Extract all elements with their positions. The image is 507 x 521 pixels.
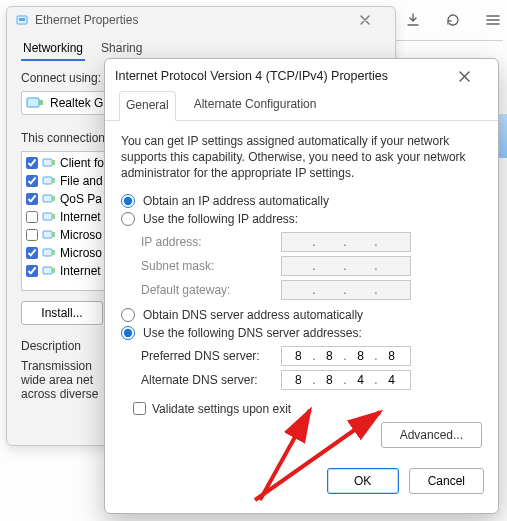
protocol-icon <box>42 175 56 187</box>
nic-icon <box>26 96 44 110</box>
svg-rect-10 <box>43 213 52 220</box>
dns-auto-label: Obtain DNS server address automatically <box>143 308 363 322</box>
protocol-icon <box>42 193 56 205</box>
validate-checkbox[interactable] <box>133 402 146 415</box>
dns-manual-label: Use the following DNS server addresses: <box>143 326 362 340</box>
connection-items-list[interactable]: Client foFile andQoS PaInternetMicrosoMi… <box>21 151 109 291</box>
preferred-dns-field[interactable]: 8. 8. 8. 8 <box>281 346 411 366</box>
svg-rect-12 <box>43 231 52 238</box>
dns-manual-radio[interactable] <box>121 326 135 340</box>
ethernet-icon <box>15 13 29 27</box>
intro-text: You can get IP settings assigned automat… <box>121 133 482 182</box>
tabs: General Alternate Configuration <box>105 91 498 121</box>
item-label: Client fo <box>60 156 104 170</box>
list-item[interactable]: Microso <box>26 244 104 262</box>
divider <box>378 40 503 41</box>
default-gateway-label: Default gateway: <box>141 283 281 297</box>
protocol-icon <box>42 265 56 277</box>
svg-rect-15 <box>52 250 55 255</box>
adapter-name: Realtek G <box>50 96 103 110</box>
list-item[interactable]: File and <box>26 172 104 190</box>
dns-manual-radio-row[interactable]: Use the following DNS server addresses: <box>121 326 482 340</box>
item-label: File and <box>60 174 103 188</box>
list-item[interactable]: Internet <box>26 208 104 226</box>
list-item[interactable]: Client fo <box>26 154 104 172</box>
alternate-dns-field[interactable]: 8. 8. 4. 4 <box>281 370 411 390</box>
protocol-icon <box>42 157 56 169</box>
list-item[interactable]: QoS Pa <box>26 190 104 208</box>
item-checkbox[interactable] <box>26 193 38 205</box>
svg-rect-8 <box>43 195 52 202</box>
description-text: Transmission wide area net across divers… <box>21 359 109 411</box>
download-icon[interactable] <box>403 10 423 30</box>
ip-address-label: IP address: <box>141 235 281 249</box>
item-checkbox[interactable] <box>26 229 38 241</box>
tab-alternate-configuration[interactable]: Alternate Configuration <box>188 91 323 120</box>
refresh-icon[interactable] <box>443 10 463 30</box>
menu-icon[interactable] <box>483 10 503 30</box>
svg-rect-13 <box>52 232 55 237</box>
validate-row[interactable]: Validate settings upon exit <box>133 402 482 416</box>
item-checkbox[interactable] <box>26 157 38 169</box>
item-label: Internet <box>60 210 101 224</box>
item-checkbox[interactable] <box>26 265 38 277</box>
ipv4-properties-window: Internet Protocol Version 4 (TCP/IPv4) P… <box>104 58 499 514</box>
item-label: QoS Pa <box>60 192 102 206</box>
close-icon[interactable] <box>458 70 488 83</box>
subnet-mask-label: Subnet mask: <box>141 259 281 273</box>
titlebar: Ethernet Properties <box>7 7 395 33</box>
ip-auto-radio[interactable] <box>121 194 135 208</box>
alternate-dns-label: Alternate DNS server: <box>141 373 281 387</box>
install-button[interactable]: Install... <box>21 301 103 325</box>
item-label: Microso <box>60 228 102 242</box>
protocol-icon <box>42 211 56 223</box>
close-icon[interactable] <box>359 14 387 26</box>
ip-manual-radio-row[interactable]: Use the following IP address: <box>121 212 482 226</box>
list-item[interactable]: Internet <box>26 262 104 280</box>
window-title: Internet Protocol Version 4 (TCP/IPv4) P… <box>115 69 458 83</box>
ip-subfields: IP address: ... Subnet mask: ... Default… <box>141 232 482 300</box>
ip-address-field: ... <box>281 232 411 252</box>
protocol-icon <box>42 247 56 259</box>
svg-rect-14 <box>43 249 52 256</box>
preferred-dns-label: Preferred DNS server: <box>141 349 281 363</box>
cancel-button[interactable]: Cancel <box>409 468 484 494</box>
svg-rect-9 <box>52 196 55 201</box>
item-checkbox[interactable] <box>26 211 38 223</box>
svg-rect-2 <box>27 98 39 107</box>
browser-toolbar <box>403 10 503 30</box>
default-gateway-field: ... <box>281 280 411 300</box>
svg-rect-1 <box>19 18 25 21</box>
svg-rect-3 <box>39 100 43 105</box>
dns-subfields: Preferred DNS server: 8. 8. 8. 8 Alterna… <box>141 346 482 390</box>
advanced-button[interactable]: Advanced... <box>381 422 482 448</box>
tab-general[interactable]: General <box>119 91 176 121</box>
item-checkbox[interactable] <box>26 247 38 259</box>
svg-rect-5 <box>52 160 55 165</box>
tabs: Networking Sharing <box>7 33 395 61</box>
item-label: Internet <box>60 264 101 278</box>
list-item[interactable]: Microso <box>26 226 104 244</box>
svg-rect-6 <box>43 177 52 184</box>
svg-rect-4 <box>43 159 52 166</box>
subnet-mask-field: ... <box>281 256 411 276</box>
item-label: Microso <box>60 246 102 260</box>
ip-manual-label: Use the following IP address: <box>143 212 298 226</box>
window-title: Ethernet Properties <box>35 13 359 27</box>
ip-manual-radio[interactable] <box>121 212 135 226</box>
ip-auto-label: Obtain an IP address automatically <box>143 194 329 208</box>
validate-label: Validate settings upon exit <box>152 402 291 416</box>
svg-rect-7 <box>52 178 55 183</box>
svg-rect-17 <box>52 268 55 273</box>
dns-auto-radio-row[interactable]: Obtain DNS server address automatically <box>121 308 482 322</box>
dns-auto-radio[interactable] <box>121 308 135 322</box>
protocol-icon <box>42 229 56 241</box>
tab-networking[interactable]: Networking <box>21 37 85 61</box>
svg-rect-16 <box>43 267 52 274</box>
item-checkbox[interactable] <box>26 175 38 187</box>
svg-rect-11 <box>52 214 55 219</box>
ok-button[interactable]: OK <box>327 468 399 494</box>
ip-auto-radio-row[interactable]: Obtain an IP address automatically <box>121 194 482 208</box>
